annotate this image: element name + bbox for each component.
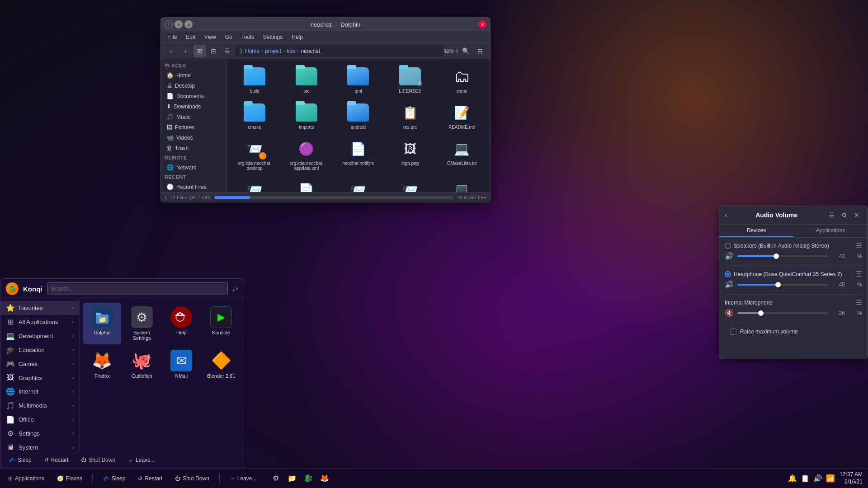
network-status-icon[interactable]: 📶 bbox=[826, 474, 835, 483]
place-home[interactable]: 🏠 Home bbox=[161, 70, 226, 80]
file-item-neochat2[interactable]: 📨 org.kde.neochat. bbox=[334, 176, 383, 192]
headphone-mute-btn[interactable]: 🔊 bbox=[725, 280, 734, 289]
file-item-imports[interactable]: imports bbox=[282, 99, 331, 132]
sidebar-item-graphics[interactable]: 🖼 Graphics › bbox=[0, 371, 79, 385]
tray-settings-icon[interactable]: ⚙ bbox=[269, 471, 283, 486]
headphone-radio[interactable] bbox=[725, 271, 731, 277]
menu-settings[interactable]: Settings bbox=[259, 33, 286, 41]
tray-konqi-icon[interactable]: 🐉 bbox=[301, 471, 316, 486]
file-item-cmake[interactable]: cmake bbox=[230, 99, 279, 132]
audio-menu-btn[interactable]: ☰ bbox=[826, 210, 837, 221]
breadcrumb-home[interactable]: Home bbox=[245, 48, 259, 54]
place-network[interactable]: 🌐 Network bbox=[161, 162, 226, 173]
app-item-help[interactable]: ⛑ Help bbox=[163, 303, 201, 344]
clock-widget[interactable]: 12:37 AM 2/16/21 bbox=[840, 471, 863, 485]
file-item-build[interactable]: build bbox=[230, 63, 279, 96]
menu-tools[interactable]: Tools bbox=[238, 33, 258, 41]
file-item-src[interactable]: src bbox=[282, 63, 331, 96]
audio-back-btn[interactable]: ‹ bbox=[725, 211, 727, 219]
file-item-android[interactable]: android bbox=[334, 99, 383, 132]
file-item-readme[interactable]: 📝 README.md bbox=[437, 99, 486, 132]
tray-dolphin-icon[interactable]: 📁 bbox=[285, 471, 299, 486]
view-compact-btn[interactable]: ⊟ bbox=[207, 45, 220, 57]
search-btn[interactable]: 🔍 bbox=[459, 45, 472, 57]
file-item-licenses[interactable]: © LICENSES bbox=[386, 63, 435, 96]
taskbar-apps-btn[interactable]: ⊞ Applications bbox=[4, 474, 49, 483]
sidebar-item-education[interactable]: 🎓 Education › bbox=[0, 343, 79, 357]
launcher-config-icon[interactable]: ⇌ bbox=[232, 285, 238, 293]
taskbar-leave-btn[interactable]: → Leave... bbox=[225, 474, 261, 483]
menu-edit[interactable]: Edit bbox=[182, 33, 199, 41]
headphone-volume-slider[interactable] bbox=[737, 284, 828, 286]
file-item-notifyrc[interactable]: 📄 neochat.notifyrc bbox=[334, 135, 383, 174]
window-close-btn[interactable]: ✕ bbox=[478, 20, 486, 28]
app-item-system-settings[interactable]: ⚙ System Settings bbox=[123, 303, 161, 344]
taskbar-restart-btn[interactable]: ↺ Restart bbox=[133, 474, 167, 483]
place-trash[interactable]: 🗑 Trash bbox=[161, 143, 226, 153]
file-item-icons[interactable]: 🗂 icons bbox=[437, 63, 486, 96]
breadcrumb-kde[interactable]: kde bbox=[287, 48, 295, 54]
volume-icon[interactable]: 🔊 bbox=[813, 474, 822, 483]
file-item-qtquick[interactable]: 📄 qtquickcontrols2. bbox=[282, 176, 331, 192]
place-videos[interactable]: 📹 Videos bbox=[161, 132, 226, 143]
back-btn[interactable]: ‹ bbox=[165, 45, 177, 57]
tray-firefox-icon[interactable]: 🦊 bbox=[317, 471, 332, 486]
mic-mute-btn[interactable]: 🔇 bbox=[725, 309, 734, 317]
mic-menu-btn[interactable]: ☰ bbox=[856, 298, 862, 307]
raise-max-checkbox[interactable] bbox=[730, 328, 736, 335]
app-item-konsole[interactable]: ▶ Konsole bbox=[202, 303, 240, 344]
file-item-logo[interactable]: 🖼 logo.png bbox=[386, 135, 435, 174]
sidebar-item-system[interactable]: 🖥 System › bbox=[0, 441, 79, 452]
speakers-volume-slider[interactable] bbox=[737, 255, 828, 257]
notifications-icon[interactable]: 🔔 bbox=[788, 474, 797, 483]
launcher-search-input[interactable] bbox=[47, 282, 228, 295]
split-btn[interactable]: ⧉ Split bbox=[445, 45, 458, 57]
sidebar-item-multimedia[interactable]: 🎵 Multimedia › bbox=[0, 399, 79, 413]
window-maximize-btn[interactable]: ∧ bbox=[184, 20, 193, 28]
place-music[interactable]: 🎵 Music bbox=[161, 112, 226, 122]
taskbar-sleep-btn[interactable]: 💤 Sleep bbox=[98, 474, 130, 483]
sidebar-item-development[interactable]: 💻 Development › bbox=[0, 329, 79, 343]
audio-config-btn[interactable]: ⚙ bbox=[839, 210, 849, 221]
filter-btn[interactable]: ⊟ bbox=[474, 45, 486, 57]
taskbar-shutdown-btn[interactable]: ⏻ Shut Down bbox=[170, 474, 214, 483]
audio-tab-applications[interactable]: Applications bbox=[793, 225, 868, 237]
launcher-restart-btn[interactable]: ↺ Restart bbox=[42, 455, 71, 465]
place-recent-files[interactable]: 🕐 Recent Files bbox=[161, 182, 226, 192]
place-documents[interactable]: 📄 Documents bbox=[161, 91, 226, 101]
breadcrumb-project[interactable]: project bbox=[265, 48, 281, 54]
audio-close-btn[interactable]: ✕ bbox=[851, 210, 862, 221]
app-item-cuttlefish[interactable]: 🐙 Cuttlefish bbox=[123, 346, 161, 382]
mic-volume-slider[interactable] bbox=[737, 312, 828, 314]
sidebar-item-office[interactable]: 📄 Office › bbox=[0, 413, 79, 427]
speakers-radio[interactable] bbox=[725, 243, 731, 249]
clipboard-icon[interactable]: 📋 bbox=[801, 474, 810, 483]
file-item-appdata[interactable]: 🟣 org.kde.neochat.appdata.xml bbox=[282, 135, 331, 174]
place-desktop[interactable]: 🖥 Desktop bbox=[161, 80, 226, 91]
place-downloads[interactable]: ⬇ Downloads bbox=[161, 101, 226, 112]
app-item-dolphin[interactable]: 📁 Dolphin bbox=[83, 303, 121, 344]
file-item-neochat3[interactable]: 📨 org.kde.neochat-d... bbox=[386, 176, 435, 192]
file-item-qml[interactable]: qml bbox=[334, 63, 383, 96]
menu-view[interactable]: View bbox=[201, 33, 220, 41]
app-item-kmail[interactable]: ✉ KMail bbox=[163, 346, 201, 382]
app-item-firefox[interactable]: 🦊 Firefox bbox=[83, 346, 121, 382]
speakers-menu-btn[interactable]: ☰ bbox=[856, 241, 862, 250]
view-details-btn[interactable]: ☰ bbox=[221, 45, 233, 57]
menu-help[interactable]: Help bbox=[288, 33, 307, 41]
sidebar-item-all-apps[interactable]: ⊞ All Applications › bbox=[0, 315, 79, 329]
forward-btn[interactable]: › bbox=[179, 45, 192, 57]
breadcrumb-neochat[interactable]: neochat bbox=[301, 48, 320, 54]
launcher-leave-btn[interactable]: → Leave... bbox=[125, 455, 158, 465]
app-item-blender[interactable]: 🔶 Blender 2.91 bbox=[202, 346, 240, 382]
menu-go[interactable]: Go bbox=[222, 33, 236, 41]
taskbar-places-btn[interactable]: 🧭 Places bbox=[52, 474, 87, 483]
sidebar-item-favorites[interactable]: ⭐ Favorites › bbox=[0, 301, 79, 315]
window-help-btn[interactable]: ? bbox=[165, 20, 173, 28]
menu-file[interactable]: File bbox=[165, 33, 180, 41]
file-item-28logo[interactable]: 📨 28-logo.png bbox=[230, 176, 279, 192]
sidebar-item-settings[interactable]: ⚙ Settings › bbox=[0, 427, 79, 441]
audio-tab-devices[interactable]: Devices bbox=[719, 225, 793, 237]
sidebar-item-games[interactable]: 🎮 Games › bbox=[0, 357, 79, 371]
file-item-res-qrc[interactable]: 📋 res.qrc bbox=[386, 99, 435, 132]
